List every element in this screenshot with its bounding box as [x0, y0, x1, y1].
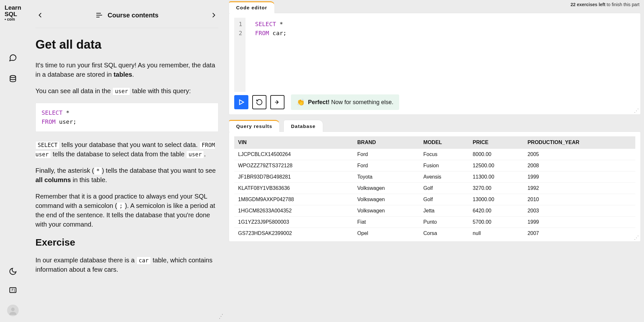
table-cell: Focus — [419, 149, 469, 160]
table-cell: Fiat — [353, 217, 419, 228]
table-cell: 1999 — [524, 171, 635, 183]
lesson-paragraph-5: Remember that it is a good practice to a… — [35, 192, 218, 229]
table-cell: 6420.00 — [469, 205, 524, 217]
table-cell: Corsa — [419, 228, 469, 239]
lesson-paragraph-3: SELECT tells your database that you want… — [35, 140, 218, 159]
lesson-paragraph-2: You can see all data in the user table w… — [35, 86, 218, 96]
lesson-panel: Course contents Get all data It's time t… — [26, 0, 226, 322]
table-cell: JF1BR93D7BG498281 — [234, 171, 353, 183]
table-cell: Golf — [419, 183, 469, 194]
table-cell: GS723HDSAK2399002 — [234, 228, 353, 239]
feedback-banner: 👏 Perfect! Now for something else. — [291, 94, 399, 110]
table-cell: WPOZZZ79ZTS372128 — [234, 160, 353, 171]
database-icon[interactable] — [9, 75, 17, 83]
moon-icon[interactable] — [9, 267, 17, 276]
logo-line1: Learn — [5, 4, 21, 11]
results-column-header: VIN — [234, 136, 353, 149]
table-row: JF1BR93D7BG498281ToyotaAvensis11300.0019… — [234, 171, 635, 183]
table-row: 1G1YZ23J9P5800003FiatPunto5700.001999 — [234, 217, 635, 228]
table-row: 1M8GDM9AXKP042788VolkswagenGolf13000.002… — [234, 194, 635, 205]
table-cell: Fusion — [419, 160, 469, 171]
table-cell: 2008 — [524, 160, 635, 171]
table-cell: Ford — [353, 149, 419, 160]
sidebar-rail: Learn SQL • com F1 — [0, 0, 26, 322]
code-editor-panel: 12 SELECT *FROM car; 👏 Perfect! — [229, 13, 641, 115]
table-cell: 3270.00 — [469, 183, 524, 194]
lesson-paragraph-1: It's time to run your first SQL query! A… — [35, 61, 218, 79]
results-table: VINBRANDMODELPRICEPRODUCTION_YEAR LJCPCB… — [234, 136, 635, 239]
table-cell: null — [469, 228, 524, 239]
table-cell: LJCPCBLCX14500264 — [234, 149, 353, 160]
table-cell: 1M8GDM9AXKP042788 — [234, 194, 353, 205]
svg-text:F1: F1 — [12, 288, 15, 292]
exercise-heading: Exercise — [35, 237, 218, 248]
resize-grip-icon: ⋰ — [218, 313, 224, 320]
results-column-header: PRODUCTION_YEAR — [524, 136, 635, 149]
svg-point-0 — [10, 76, 15, 78]
chat-icon[interactable] — [9, 54, 17, 62]
results-column-header: BRAND — [353, 136, 419, 149]
table-cell: 8000.00 — [469, 149, 524, 160]
page-title: Get all data — [35, 38, 218, 52]
logo[interactable]: Learn SQL • com — [5, 5, 21, 21]
course-contents-button[interactable]: Course contents — [95, 11, 159, 19]
lesson-paragraph-6: In our example database there is a car t… — [35, 256, 218, 274]
code-editor[interactable]: 12 SELECT *FROM car; — [229, 18, 640, 92]
lesson-code-block: SELECT * FROM user; — [35, 103, 218, 132]
workspace: 22 exercises left to finish this part Co… — [226, 0, 644, 322]
table-cell: 12500.00 — [469, 160, 524, 171]
table-cell: 2010 — [524, 194, 635, 205]
table-cell: Volkswagen — [353, 194, 419, 205]
code-user: user — [112, 87, 130, 95]
table-row: 1HGCM82633A004352VolkswagenJetta6420.002… — [234, 205, 635, 217]
lesson-paragraph-4: Finally, the asterisk (*) tells the data… — [35, 166, 218, 185]
resize-grip-icon: ⋰ — [634, 108, 639, 113]
table-cell: 11300.00 — [469, 171, 524, 183]
share-button[interactable] — [270, 95, 284, 109]
table-cell: Volkswagen — [353, 183, 419, 194]
editor-code-lines[interactable]: SELECT *FROM car; — [245, 18, 287, 92]
run-button[interactable] — [234, 95, 248, 109]
keyboard-shortcut-icon[interactable]: F1 — [9, 286, 17, 294]
tab-code-editor[interactable]: Code editor — [229, 1, 275, 13]
results-panel: VINBRANDMODELPRICEPRODUCTION_YEAR LJCPCB… — [229, 132, 641, 242]
table-row: GS723HDSAK2399002OpelCorsanull2007 — [234, 228, 635, 239]
avatar-icon[interactable] — [7, 305, 19, 316]
table-row: WPOZZZ79ZTS372128FordFusion12500.002008 — [234, 160, 635, 171]
table-cell: 2005 — [524, 149, 635, 160]
table-cell: Toyota — [353, 171, 419, 183]
table-cell: 1992 — [524, 183, 635, 194]
clap-icon: 👏 — [297, 98, 305, 106]
table-cell: Avensis — [419, 171, 469, 183]
table-cell: 13000.00 — [469, 194, 524, 205]
lesson-topnav: Course contents — [35, 0, 218, 28]
table-row: LJCPCBLCX14500264FordFocus8000.002005 — [234, 149, 635, 160]
tab-database[interactable]: Database — [284, 120, 323, 132]
prev-lesson-button[interactable] — [35, 10, 45, 20]
table-cell: Golf — [419, 194, 469, 205]
tab-query-results[interactable]: Query results — [229, 120, 280, 132]
table-cell: Volkswagen — [353, 205, 419, 217]
course-contents-label: Course contents — [108, 12, 159, 19]
table-cell: 2007 — [524, 228, 635, 239]
table-cell: 2003 — [524, 205, 635, 217]
table-row: KLATF08Y1VB363636VolkswagenGolf3270.0019… — [234, 183, 635, 194]
logo-line2: SQL — [5, 11, 17, 17]
next-lesson-button[interactable] — [209, 10, 218, 20]
results-column-header: MODEL — [419, 136, 469, 149]
editor-gutter: 12 — [234, 18, 245, 92]
reset-button[interactable] — [252, 95, 266, 109]
table-cell: 5700.00 — [469, 217, 524, 228]
resize-grip-icon: ⋰ — [634, 235, 639, 240]
table-cell: Ford — [353, 160, 419, 171]
results-column-header: PRICE — [469, 136, 524, 149]
logo-line3: • com — [5, 17, 21, 22]
table-cell: Punto — [419, 217, 469, 228]
results-header-row: VINBRANDMODELPRICEPRODUCTION_YEAR — [234, 136, 635, 149]
table-cell: Opel — [353, 228, 419, 239]
editor-block: Code editor 12 SELECT *FROM car; — [229, 1, 641, 115]
results-block: Query results Database VINBRANDMODELPRIC… — [229, 120, 641, 242]
table-cell: 1G1YZ23J9P5800003 — [234, 217, 353, 228]
table-cell: 1999 — [524, 217, 635, 228]
table-cell: KLATF08Y1VB363636 — [234, 183, 353, 194]
